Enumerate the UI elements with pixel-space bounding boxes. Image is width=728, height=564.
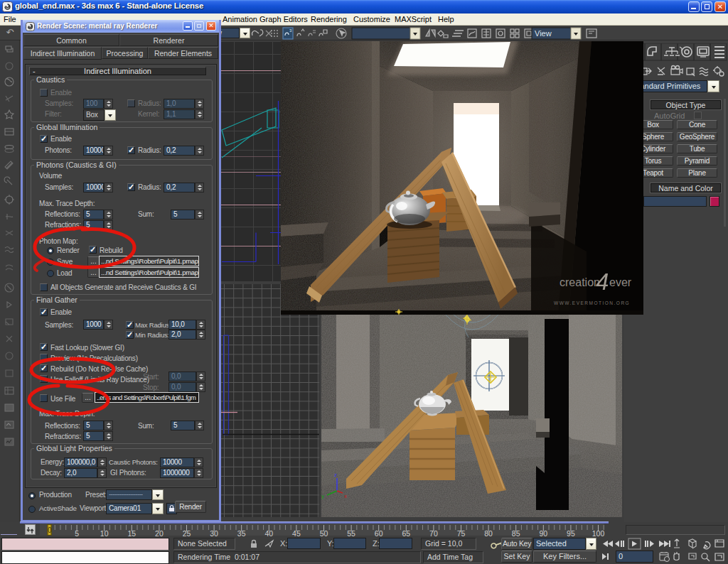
svg-text:creation: creation [560, 276, 600, 288]
svg-text:80: 80 [484, 529, 493, 537]
svg-text:5: 5 [75, 529, 79, 537]
svg-text:y: y [321, 493, 324, 499]
svg-text:WWW.EVERMOTION.ORG: WWW.EVERMOTION.ORG [554, 300, 630, 305]
svg-text:30: 30 [210, 529, 218, 537]
svg-text:25: 25 [183, 529, 191, 537]
svg-text:x: x [344, 493, 347, 499]
svg-text:90: 90 [539, 529, 547, 537]
svg-text:40: 40 [264, 529, 273, 537]
svg-text:20: 20 [155, 529, 164, 537]
svg-text:50: 50 [320, 529, 328, 537]
svg-text:10: 10 [100, 529, 109, 537]
svg-text:60: 60 [375, 529, 383, 537]
svg-text:100: 100 [592, 529, 605, 537]
svg-text:70: 70 [429, 529, 438, 537]
svg-text:75: 75 [457, 529, 466, 537]
svg-text:35: 35 [237, 529, 246, 537]
svg-text:85: 85 [512, 529, 520, 537]
svg-text:65: 65 [402, 529, 410, 537]
svg-text:z: z [334, 472, 337, 478]
svg-text:95: 95 [567, 529, 575, 537]
svg-text:55: 55 [347, 529, 355, 537]
svg-text:45: 45 [292, 529, 301, 537]
svg-text:View: View [535, 29, 552, 38]
svg-text:ever: ever [609, 276, 632, 288]
svg-text:15: 15 [127, 529, 136, 537]
svg-text:4: 4 [596, 269, 609, 295]
